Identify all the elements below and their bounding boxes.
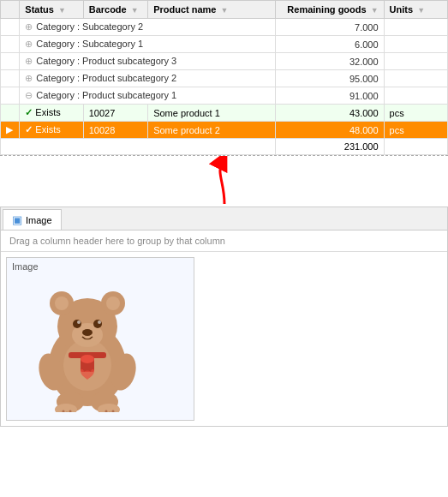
filter-prodname-icon[interactable]: ▼: [221, 6, 229, 15]
category-units: [384, 36, 447, 53]
inventory-table: Status ▼ Barcode ▼ Product name ▼ Remain…: [0, 0, 448, 155]
divider-area: [0, 155, 448, 207]
product-units: pcs: [384, 105, 447, 122]
image-panel-title: Image: [10, 261, 190, 272]
row-indicator: ▶: [1, 122, 20, 139]
expand-icon[interactable]: ⊖: [25, 90, 33, 100]
category-remaining: 91.000: [275, 87, 384, 105]
category-row[interactable]: ⊕Category : Subcategory 1 6.000: [1, 36, 448, 53]
svg-point-9: [93, 320, 102, 328]
row-expand-cell: [1, 87, 20, 105]
filter-remaining-icon[interactable]: ▼: [371, 6, 379, 15]
expand-icon[interactable]: ⊕: [25, 39, 33, 49]
category-remaining: 7.000: [275, 19, 384, 36]
row-expand-cell: [1, 19, 20, 36]
product-units: pcs: [384, 122, 447, 139]
product-status: ✓ Exists: [20, 122, 83, 139]
svg-point-6: [106, 296, 120, 310]
red-arrow-icon: [199, 156, 250, 206]
category-units: [384, 53, 447, 70]
image-panel: Image: [1, 252, 447, 426]
teddy-bear-image: [10, 275, 164, 416]
category-remaining: 95.000: [275, 70, 384, 87]
category-label: ⊕Category : Product subcategory 3: [20, 53, 276, 70]
expand-icon[interactable]: ⊕: [25, 21, 33, 32]
row-indicator-arrow: ▶: [6, 124, 13, 135]
header-units[interactable]: Units ▼: [384, 1, 447, 19]
total-remaining: 231.000: [275, 139, 384, 155]
expand-icon[interactable]: ⊕: [25, 56, 33, 66]
product-name: Some product 2: [148, 122, 276, 139]
header-product-name[interactable]: Product name ▼: [148, 1, 276, 19]
check-icon: ✓: [25, 107, 33, 117]
product-remaining: 48.000: [275, 122, 384, 139]
category-row[interactable]: ⊕Category : Subcategory 2 7.000: [1, 19, 448, 36]
category-row[interactable]: ⊕Category : Product subcategory 2 95.000: [1, 70, 448, 87]
svg-point-12: [82, 329, 93, 336]
header-remaining[interactable]: Remaining goods ▼: [275, 1, 384, 19]
category-remaining: 6.000: [275, 36, 384, 53]
filter-units-icon[interactable]: ▼: [417, 6, 425, 15]
image-panel-inner: Image: [6, 257, 194, 421]
category-remaining: 32.000: [275, 53, 384, 70]
total-units: [384, 139, 447, 155]
category-row[interactable]: ⊕Category : Product subcategory 3 32.000: [1, 53, 448, 70]
header-barcode[interactable]: Barcode ▼: [83, 1, 147, 19]
category-row[interactable]: ⊖Category : Product subcategory 1 91.000: [1, 87, 448, 105]
category-label: ⊕Category : Subcategory 1: [20, 36, 276, 53]
header-status[interactable]: Status ▼: [20, 1, 83, 19]
product-row[interactable]: ▶ ✓ Exists 10028 Some product 2 48.000 p…: [1, 122, 448, 139]
product-status: ✓ Exists: [20, 105, 83, 122]
check-icon: ✓: [25, 124, 33, 135]
category-units: [384, 19, 447, 36]
category-label: ⊕Category : Product subcategory 2: [20, 70, 276, 87]
bottom-section: ▣ Image Drag a column header here to gro…: [0, 207, 448, 427]
filter-status-icon[interactable]: ▼: [58, 6, 66, 15]
drag-hint: Drag a column header here to group by th…: [1, 231, 447, 252]
product-remaining: 43.000: [275, 105, 384, 122]
product-name: Some product 1: [148, 105, 276, 122]
product-row[interactable]: ✓ Exists 10027 Some product 1 43.000 pcs: [1, 105, 448, 122]
product-barcode: 10027: [83, 105, 147, 122]
total-row: 231.000: [1, 139, 448, 155]
category-label: ⊖Category : Product subcategory 1: [20, 87, 276, 105]
svg-point-8: [73, 320, 81, 328]
row-expand-cell: [1, 70, 20, 87]
product-barcode: 10028: [83, 122, 147, 139]
tab-bar: ▣ Image: [1, 207, 447, 231]
svg-point-11: [98, 320, 101, 324]
row-indicator: [1, 105, 20, 122]
svg-point-4: [55, 296, 69, 310]
row-expand-cell: [1, 53, 20, 70]
category-units: [384, 87, 447, 105]
expand-icon[interactable]: ⊕: [25, 73, 33, 83]
category-label: ⊕Category : Subcategory 2: [20, 19, 276, 36]
svg-point-22: [81, 355, 94, 363]
filter-barcode-icon[interactable]: ▼: [131, 6, 139, 15]
category-units: [384, 70, 447, 87]
tab-image[interactable]: ▣ Image: [3, 209, 62, 230]
image-tab-icon: ▣: [12, 213, 22, 226]
svg-point-10: [77, 320, 81, 324]
row-expand-cell: [1, 36, 20, 53]
